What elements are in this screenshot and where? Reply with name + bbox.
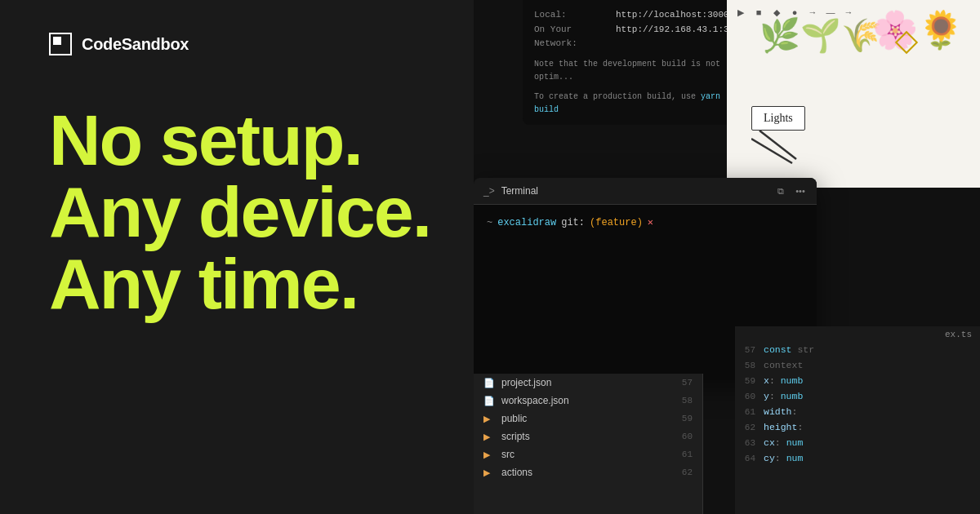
drawing-area: ▶ ■ ◆ ● → — → Lights (727, 0, 980, 188)
terminal-actions: ⧉ ••• (774, 184, 807, 197)
code-content-61: width: (764, 405, 797, 420)
network-url-line: On Your Network: http://192.168.43.1:300… (534, 23, 732, 51)
line-number-58: 58 (682, 396, 693, 405)
line-num-59: 59 (735, 376, 764, 386)
code-editor: ex.ts 57 const str 58 context 59 x: numb… (735, 326, 980, 514)
code-line-57: 57 const str (735, 343, 980, 358)
file-doc-icon: 📄 (483, 378, 495, 388)
code-filename: ex.ts (937, 326, 980, 343)
note-text: Note that the development build is not o… (534, 60, 720, 82)
line-number-59: 59 (682, 414, 693, 423)
terminal-prompt-icon: _> (483, 185, 495, 197)
file-name-project-json: project.json (501, 377, 551, 388)
line-num-62: 62 (735, 423, 764, 432)
hero-section: CodeSandbox No setup. Any device. Any ti… (0, 0, 506, 514)
code-content-57: const str (764, 343, 814, 358)
terminal-more-icon[interactable]: ••• (794, 184, 807, 197)
right-panel: Local: http://localhost:3000 On Your Net… (474, 0, 980, 514)
terminal-title-text: Terminal (501, 185, 538, 197)
code-line-64: 64 cy: num (735, 451, 980, 467)
code-content-64: cy: num (764, 451, 803, 467)
note-line: Note that the development build is not o… (534, 58, 732, 84)
code-line-59: 59 x: numb (735, 374, 980, 389)
note-text2: To create a production build, use (534, 92, 696, 101)
folder-icon-scripts: ▶ (483, 432, 495, 442)
headline: No setup. Any device. Any time. (49, 104, 457, 320)
network-url: http://192.168.43.1:3000 (616, 23, 745, 51)
code-content-60: y: numb (764, 389, 803, 405)
prompt-git-label: git: (561, 217, 585, 228)
arrow-lines (751, 131, 800, 171)
file-item-scripts[interactable]: ▶ scripts 60 (474, 428, 702, 445)
line-number-61: 61 (682, 450, 693, 459)
local-url-line: Local: http://localhost:3000 (534, 8, 732, 23)
prompt-close-icon[interactable]: ✕ (648, 216, 653, 228)
file-item-src[interactable]: ▶ src 61 (474, 445, 702, 463)
note-line2: To create a production build, use yarn b… (534, 91, 732, 117)
headline-line1: No setup. (49, 104, 457, 176)
headline-line3: Any time. (49, 248, 457, 320)
prompt-tilde: ~ (487, 217, 492, 228)
code-content-59: x: numb (764, 374, 803, 389)
lights-label: Lights (751, 106, 805, 131)
logo-icon (49, 33, 72, 55)
folder-name-actions: actions (501, 467, 532, 478)
local-url: http://localhost:3000 (616, 8, 729, 23)
local-label: Local: (534, 8, 608, 23)
code-content-63: cx: num (764, 436, 803, 451)
code-line-61: 61 width: (735, 405, 980, 420)
terminal-header: _> Terminal ⧉ ••• (474, 178, 817, 205)
file-doc-icon2: 📄 (483, 396, 495, 406)
folder-icon-src: ▶ (483, 450, 495, 460)
file-name-workspace-json: workspace.json (501, 395, 569, 406)
file-item-project-json[interactable]: 📄 project.json 57 (474, 374, 702, 392)
terminal-prompt-line: ~ excalidraw git: (feature) ✕ (487, 216, 804, 228)
line-number-60: 60 (682, 432, 693, 441)
network-label: On Your Network: (534, 23, 608, 51)
code-line-63: 63 cx: num (735, 436, 980, 451)
prompt-dir: excalidraw (497, 217, 556, 228)
logo-area: CodeSandbox (49, 33, 457, 55)
logo-text: CodeSandbox (82, 35, 189, 54)
file-item-public[interactable]: ▶ public 59 (474, 410, 702, 428)
line-num-64: 64 (735, 454, 764, 463)
line-num-63: 63 (735, 438, 764, 448)
terminal-title-area: _> Terminal (483, 185, 538, 197)
file-item-actions[interactable]: ▶ actions 62 (474, 463, 702, 481)
file-tree: 📄 project.json 57 📄 workspace.json 58 ▶ … (474, 374, 702, 514)
line-num-57: 57 (735, 345, 764, 355)
prompt-branch: (feature) (590, 217, 643, 228)
folder-icon-public: ▶ (483, 414, 495, 424)
file-item-workspace-json[interactable]: 📄 workspace.json 58 (474, 392, 702, 410)
code-line-62: 62 height: (735, 420, 980, 436)
panel-divider-vertical (702, 374, 703, 514)
headline-line2: Any device. (49, 176, 457, 248)
folder-name-src: src (501, 449, 514, 460)
folder-icon-actions: ▶ (483, 467, 495, 478)
code-lines: 57 const str 58 context 59 x: numb 60 y:… (735, 326, 980, 467)
terminal-expand-icon[interactable]: ⧉ (774, 184, 787, 197)
folder-name-scripts: scripts (501, 431, 530, 442)
line-num-61: 61 (735, 407, 764, 417)
code-content-58: context (764, 358, 803, 374)
line-number-62: 62 (682, 467, 693, 477)
line-num-60: 60 (735, 392, 764, 401)
line-number-57: 57 (682, 378, 693, 388)
code-line-58: 58 context (735, 358, 980, 374)
code-content-62: height: (764, 420, 803, 436)
code-line-60: 60 y: numb (735, 389, 980, 405)
terminal-body: ~ excalidraw git: (feature) ✕ (474, 205, 817, 240)
terminal-top-output: Local: http://localhost:3000 On Your Net… (523, 0, 743, 125)
folder-name-public: public (501, 413, 527, 424)
line-num-58: 58 (735, 361, 764, 370)
